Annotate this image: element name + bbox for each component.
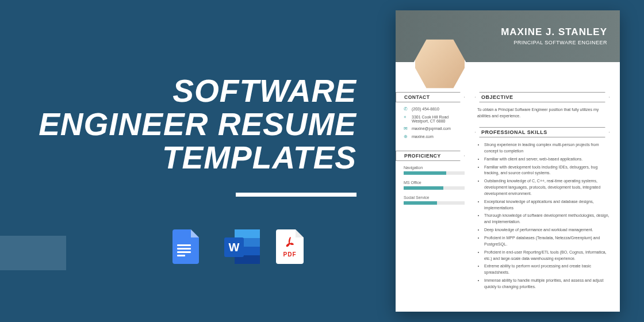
section-header-objective: OBJECTIVE (475, 92, 610, 102)
skill-item: Strong experience in leading complex mul… (484, 142, 610, 155)
headline-line-2: ENGINEER RESUME (34, 108, 356, 141)
skill-item: Familiar with client and server, web-bas… (484, 156, 610, 163)
section-header-proficiency: PROFICIENCY (396, 151, 465, 161)
proficiency-item: Navigation (404, 166, 465, 175)
google-docs-icon (172, 227, 207, 266)
pdf-icon: PDF (276, 227, 310, 266)
phone-icon: ✆ (404, 107, 408, 112)
resume-preview: MAXINE J. STANLEY PRINCIPAL SOFTWARE ENG… (396, 10, 620, 312)
resume-right-column: OBJECTIVE To obtain a Principal Software… (470, 92, 620, 292)
location-icon: ⌖ (404, 115, 408, 120)
proficiency-bar (404, 171, 465, 175)
proficiency-bar (404, 186, 465, 190)
contact-address: ⌖3301 Cook Hill Road Westport, CT 6880 (404, 115, 465, 123)
proficiency-label: MS Office (404, 181, 465, 185)
contact-phone: ✆(203) 454-8810 (404, 107, 465, 112)
proficiency-label: Social Service (404, 195, 465, 200)
headline-line-1: SOFTWARE (34, 75, 356, 108)
word-letter: W (224, 237, 244, 257)
skill-item: Outstanding knowledge of C, C++, real-ti… (484, 178, 610, 197)
contact-email: ✉maxine@pqrmail.com (404, 126, 465, 131)
format-icons-row: W PDF (172, 227, 310, 266)
resume-name: MAXINE J. STANLEY (501, 26, 607, 38)
skill-item: Deep knowledge of performance and worklo… (484, 227, 610, 233)
objective-text: To obtain a Principal Software Engineer … (475, 107, 610, 119)
section-header-skills: PROFESSIONAL SKILLS (475, 127, 610, 137)
globe-icon: ⊕ (404, 135, 408, 139)
proficiency-label: Navigation (404, 166, 465, 170)
proficiency-bar (404, 201, 465, 205)
skill-item: Proficient in MPP databases (Teradata, N… (484, 235, 610, 248)
skill-item: Familiar with development tools includin… (484, 164, 610, 177)
resume-job-title: PRINCIPAL SOFTWARE ENGINEER (501, 40, 607, 45)
proficiency-item: Social Service (404, 195, 465, 205)
ms-word-icon: W (224, 227, 259, 266)
headline-line-3: TEMPLATES (34, 141, 356, 175)
skill-item: Immense ability to handle multiple prior… (484, 278, 610, 290)
section-header-contact: CONTACT (396, 92, 465, 102)
headline-underline (236, 193, 356, 197)
email-icon: ✉ (404, 126, 408, 131)
proficiency-item: MS Office (404, 181, 465, 190)
adobe-pdf-logo-icon (283, 236, 296, 249)
decorative-accent-bar (0, 236, 66, 270)
skill-item: Proficient in end-user Reporting/ETL too… (484, 250, 610, 262)
page-headline: SOFTWARE ENGINEER RESUME TEMPLATES (34, 75, 356, 174)
pdf-label: PDF (283, 251, 297, 258)
skill-item: Extreme ability to perform word processi… (484, 263, 610, 276)
resume-left-column: CONTACT ✆(203) 454-8810 ⌖3301 Cook Hill … (396, 92, 470, 292)
skill-item: Thorough knowledge of software developme… (484, 213, 610, 225)
skill-item: Exceptional knowledge of applications an… (484, 199, 610, 212)
contact-web: ⊕maxine.com (404, 135, 465, 139)
skills-list: Strong experience in leading complex mul… (475, 142, 610, 290)
